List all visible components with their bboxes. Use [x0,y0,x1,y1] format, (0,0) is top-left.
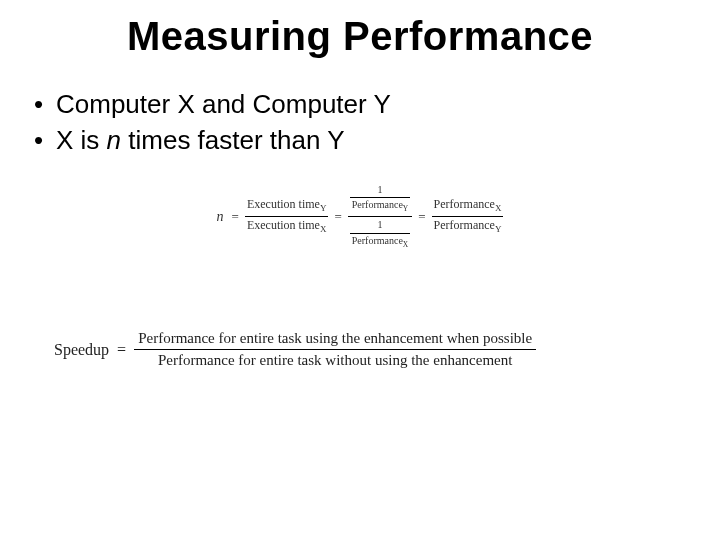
fraction-bar [245,216,328,217]
bullet-text-suffix: times faster than Y [121,125,345,155]
subscript: X [403,240,408,249]
subscript: X [320,225,327,235]
equals-sign: = [334,209,341,225]
formula-lhs: Speedup [54,341,109,359]
bullet-text-prefix: X is [56,125,107,155]
fraction-bar [432,216,504,217]
ratio-formula: n = Execution timeY Execution timeX = 1 … [190,183,530,251]
bullet-text: Computer X and Computer Y [56,89,391,119]
fraction-bar [350,197,411,198]
fraction-bar [350,233,411,234]
text: Performance [352,199,403,210]
text: Execution time [247,197,320,211]
fraction-numerator: Execution timeY [245,197,328,215]
formula-lhs: n [217,209,226,225]
fraction-numerator: 1 PerformanceY [348,183,413,215]
fraction-denominator: 1 PerformanceX [348,218,413,250]
nested-denominator: PerformanceY [350,199,411,214]
subscript: Y [495,225,502,235]
fraction-denominator: Execution timeX [245,218,328,236]
fraction-performance: PerformanceX PerformanceY [432,197,504,236]
bullet-text-italic: n [107,125,121,155]
text: Performance [434,197,495,211]
bullet-item: X is n times faster than Y [34,123,690,159]
fraction-numerator: Performance for entire task using the en… [134,329,536,349]
text: Performance [352,235,403,246]
text: Performance [434,218,495,232]
fraction-speedup: Performance for entire task using the en… [134,329,536,372]
fraction-exec-time: Execution timeY Execution timeX [245,197,328,236]
bullet-item: Computer X and Computer Y [34,87,690,123]
fraction-bar [134,349,536,350]
speedup-formula: Speedup = Performance for entire task us… [54,329,690,372]
fraction-denominator: Performance for entire task without usin… [154,351,516,371]
fraction-bar [348,216,413,217]
equals-sign: = [418,209,425,225]
bullet-list: Computer X and Computer Y X is n times f… [34,87,690,159]
nested-denominator: PerformanceX [350,235,411,250]
nested-fraction: 1 PerformanceY [350,184,411,214]
equals-sign: = [117,341,126,359]
fraction-numerator: PerformanceX [432,197,504,215]
nested-numerator: 1 [376,219,385,232]
subscript: Y [403,204,408,213]
fraction-denominator: PerformanceY [432,218,504,236]
nested-numerator: 1 [376,184,385,197]
text: Execution time [247,218,320,232]
slide-title: Measuring Performance [30,14,690,59]
subscript: Y [320,204,327,214]
subscript: X [495,204,502,214]
equals-sign: = [232,209,239,225]
slide: Measuring Performance Computer X and Com… [0,0,720,540]
nested-fraction: 1 PerformanceX [350,219,411,249]
fraction-compound: 1 PerformanceY 1 PerformanceX [348,183,413,251]
